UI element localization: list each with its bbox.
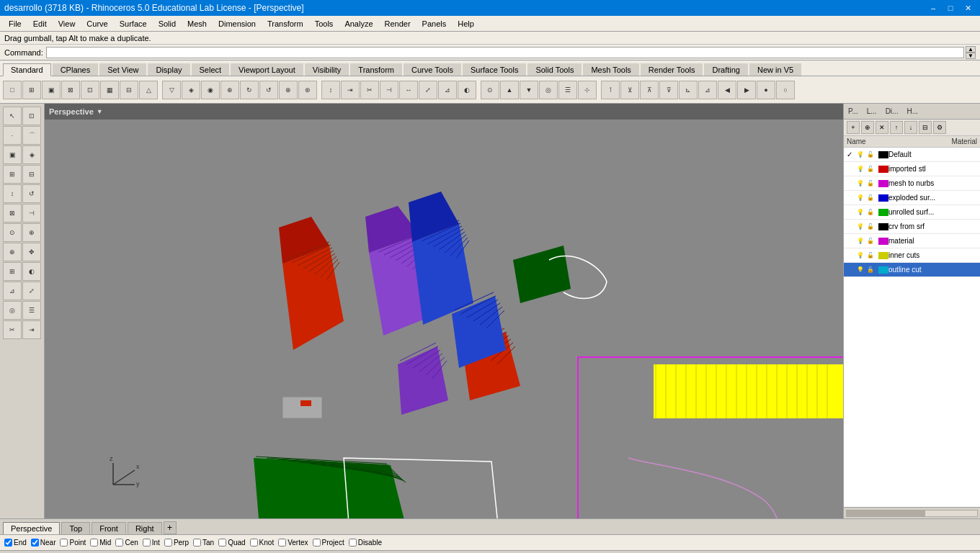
snap-item-perp[interactable]: Perp — [164, 539, 189, 547]
toolbar-icon-19[interactable]: ⊣ — [380, 81, 398, 99]
mirror-icon[interactable]: ⊣ — [22, 204, 41, 222]
toolbar-icon-2[interactable]: ▣ — [42, 81, 61, 99]
vp-tab-right[interactable]: Right — [128, 522, 162, 534]
trim-icon[interactable]: ✂ — [3, 320, 22, 339]
layer-lock-icon[interactable]: 🔓 — [867, 223, 877, 230]
toolbar-icon-14[interactable]: ⊗ — [279, 81, 298, 99]
layer-item-mesh-to-nurbs[interactable]: 💡🔓mesh to nurbs — [844, 176, 980, 191]
layer-color-swatch[interactable] — [878, 151, 888, 158]
layer-bulb-icon[interactable]: 💡 — [857, 209, 867, 215]
layer-lock-icon[interactable]: 🔓 — [867, 151, 877, 158]
layer-color-swatch[interactable] — [878, 252, 888, 259]
toolbar-icon-21[interactable]: ⤢ — [419, 81, 437, 99]
toolbar-tab-visibility[interactable]: Visibility — [305, 63, 349, 76]
toolbar-tab-new-in-v5[interactable]: New in V5 — [749, 63, 801, 76]
render-icon[interactable]: ◎ — [3, 301, 22, 320]
toolbar-icon-8[interactable]: ▽ — [162, 81, 181, 99]
layer-bulb-icon[interactable]: 💡 — [857, 223, 867, 230]
vp-tab-perspective[interactable]: Perspective — [3, 522, 60, 534]
toolbar-tab-cplanes[interactable]: CPlanes — [53, 63, 99, 76]
vp-tab-front[interactable]: Front — [92, 522, 126, 534]
toolbar-icon-24[interactable]: ⊙ — [481, 81, 499, 99]
layer-bulb-icon[interactable]: 💡 — [857, 266, 867, 273]
toolbar-icon-35[interactable]: ⊿ — [698, 81, 717, 99]
toolbar-icon-13[interactable]: ↺ — [259, 81, 278, 99]
point-icon[interactable]: · — [3, 126, 22, 145]
rp-tab-layers[interactable]: L... — [863, 106, 881, 117]
layer-bulb-icon[interactable]: 💡 — [857, 238, 867, 244]
snap-item-disable[interactable]: Disable — [349, 539, 382, 547]
toolbar-icon-5[interactable]: ▦ — [100, 81, 119, 99]
maximize-button[interactable]: □ — [943, 1, 958, 14]
toolbar-icon-38[interactable]: ● — [757, 81, 775, 99]
toolbar-tab-display[interactable]: Display — [148, 63, 190, 76]
snap-item-point[interactable]: Point — [60, 539, 86, 547]
toolbar-icon-3[interactable]: ⊠ — [61, 81, 80, 99]
layer-new-icon[interactable]: + — [847, 121, 860, 134]
menu-item-solid[interactable]: Solid — [153, 18, 182, 30]
toolbar-icon-27[interactable]: ◎ — [539, 81, 558, 99]
layer-item-exploded-sur...[interactable]: 💡🔓exploded sur... — [844, 191, 980, 205]
toolbar-icon-6[interactable]: ⊟ — [120, 81, 138, 99]
toolbar-icon-33[interactable]: ⊽ — [659, 81, 678, 99]
snap-checkbox-knot[interactable] — [250, 539, 258, 547]
snap-icon[interactable]: ⊙ — [3, 223, 22, 242]
minimize-button[interactable]: – — [925, 1, 941, 14]
layer-color-swatch[interactable] — [878, 266, 888, 274]
toolbar-tab-mesh-tools[interactable]: Mesh Tools — [583, 63, 638, 76]
snap-item-quad[interactable]: Quad — [218, 539, 245, 547]
menu-item-help[interactable]: Help — [452, 18, 480, 30]
solid-icon[interactable]: ◈ — [22, 145, 41, 164]
toolbar-tab-render-tools[interactable]: Render Tools — [641, 63, 703, 76]
snap-checkbox-tan[interactable] — [193, 539, 201, 547]
snap-item-mid[interactable]: Mid — [90, 539, 111, 547]
toolbar-icon-30[interactable]: ⊺ — [601, 81, 620, 99]
layer-item-material[interactable]: 💡🔓material — [844, 234, 980, 248]
layer-item-imported-stl[interactable]: 💡🔓imported stl — [844, 162, 980, 176]
canvas-area[interactable]: x y z — [45, 120, 843, 518]
toolbar-tab-surface-tools[interactable]: Surface Tools — [463, 63, 526, 76]
layer-lock-icon[interactable]: 🔓 — [867, 266, 877, 273]
snap-checkbox-disable[interactable] — [349, 539, 357, 547]
toolbar-icon-20[interactable]: ↔ — [399, 81, 418, 99]
layer-color-swatch[interactable] — [878, 209, 888, 216]
menu-item-analyze[interactable]: Analyze — [339, 18, 378, 30]
layer-color-swatch[interactable] — [878, 180, 888, 187]
toolbar-icon-1[interactable]: ⊞ — [22, 81, 41, 99]
rp-tab-properties[interactable]: P... — [844, 106, 863, 117]
snap-item-near[interactable]: Near — [31, 539, 56, 547]
snap-item-int[interactable]: Int — [143, 539, 160, 547]
layer-lock-icon[interactable]: 🔓 — [867, 180, 877, 186]
snap-item-cen[interactable]: Cen — [115, 539, 138, 547]
menu-item-view[interactable]: View — [53, 18, 81, 30]
layer-bulb-icon[interactable]: 💡 — [857, 194, 867, 201]
move-icon[interactable]: ↕ — [3, 184, 22, 203]
layer-icon[interactable]: ☰ — [22, 301, 41, 320]
shade-icon[interactable]: ◐ — [22, 262, 41, 281]
snap-checkbox-int[interactable] — [143, 539, 151, 547]
snap-checkbox-end[interactable] — [4, 539, 12, 547]
toolbar-tab-viewport-layout[interactable]: Viewport Layout — [231, 63, 303, 76]
cmd-arrow-down[interactable]: ▼ — [966, 53, 976, 59]
layer-down-icon[interactable]: ↓ — [904, 121, 917, 134]
select-icon[interactable]: ↖ — [3, 107, 22, 125]
toolbar-icon-10[interactable]: ◉ — [201, 81, 220, 99]
zoom-icon[interactable]: ⊕ — [3, 243, 22, 261]
menu-item-mesh[interactable]: Mesh — [182, 18, 213, 30]
toolbar-tab-drafting[interactable]: Drafting — [704, 63, 748, 76]
dim-icon[interactable]: ⊟ — [22, 165, 41, 184]
layer-lock-icon[interactable]: 🔓 — [867, 238, 877, 244]
toolbar-icon-7[interactable]: △ — [139, 81, 158, 99]
toolbar-icon-17[interactable]: ⇥ — [341, 81, 360, 99]
scrollbar-thumb[interactable] — [847, 511, 925, 516]
layer-lock-icon[interactable]: 🔓 — [867, 209, 877, 215]
toolbar-tab-set-view[interactable]: Set View — [99, 63, 146, 76]
menu-item-panels[interactable]: Panels — [416, 18, 453, 30]
layer-item-inner-cuts[interactable]: 💡🔓inner cuts — [844, 248, 980, 263]
toolbar-tab-solid-tools[interactable]: Solid Tools — [527, 63, 582, 76]
vp-tab-top[interactable]: Top — [61, 522, 90, 534]
menu-item-tools[interactable]: Tools — [309, 18, 339, 30]
toolbar-tab-transform[interactable]: Transform — [350, 63, 402, 76]
mesh-icon[interactable]: ⊞ — [3, 165, 22, 184]
menu-item-dimension[interactable]: Dimension — [213, 18, 262, 30]
